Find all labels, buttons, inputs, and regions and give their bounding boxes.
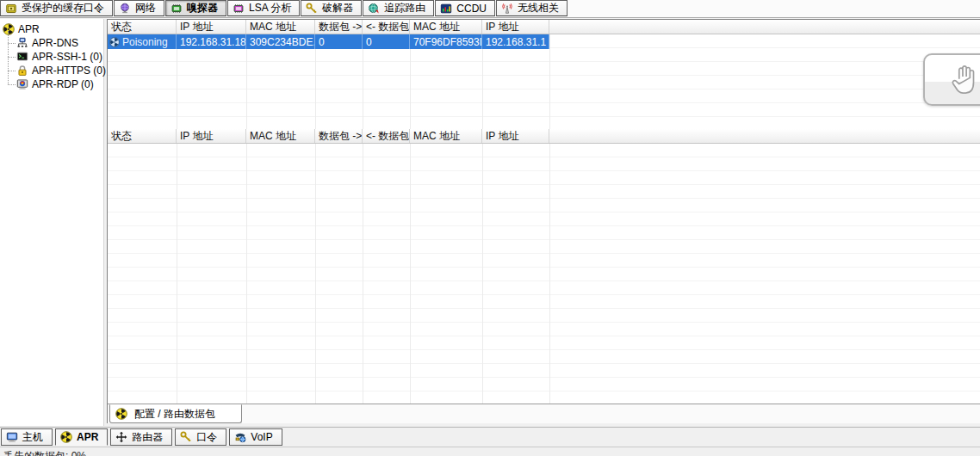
tab-voip[interactable]: VoIP — [229, 428, 282, 446]
grid-line — [549, 144, 550, 404]
tree-item-apr-ssh1[interactable]: APR-SSH-1 (0) — [8, 50, 103, 64]
tab-label: 网络 — [135, 1, 156, 15]
tree-item-apr-dns[interactable]: APR-DNS — [8, 36, 103, 50]
tab-config-routed-packets[interactable]: 配置 / 路由数据包 — [109, 404, 242, 423]
sniffer-icon — [171, 3, 183, 15]
upper-table-header: 状态 IP 地址 MAC 地址 数据包 -> <- 数据包 MAC 地址 IP … — [108, 20, 980, 34]
apr-main-panel: 状态 IP 地址 MAC 地址 数据包 -> <- 数据包 MAC 地址 IP … — [107, 19, 980, 423]
column-header-ip2[interactable]: IP 地址 — [482, 20, 549, 34]
tab-label: 嗅探器 — [187, 1, 218, 15]
radiation-icon — [115, 408, 127, 420]
column-header-filler — [549, 129, 980, 143]
tree-item-label: APR-HTTPS (0) — [32, 65, 106, 77]
status-bar: 丢失的数据包: 0% — [0, 447, 980, 456]
tab-cracker[interactable]: 破解器 — [301, 0, 362, 16]
apr-tree-panel: APR APR-DNS APR-SSH-1 (0) APR-HTTPS (0) … — [0, 19, 104, 426]
wireless-icon — [501, 3, 513, 15]
tab-protected-storage[interactable]: 受保护的缓存口令 — [0, 0, 113, 16]
column-header-packets-from[interactable]: <- 数据包 — [363, 129, 410, 143]
tab-wireless[interactable]: 无线相关 — [496, 0, 568, 16]
grid-line — [315, 144, 316, 404]
tab-hosts[interactable]: 主机 — [1, 428, 53, 446]
upper-table-body: Poisoning 192.168.31.182 309C234BDE... 0… — [108, 34, 980, 129]
network-icon — [119, 3, 131, 15]
status-text: Poisoning — [122, 36, 168, 48]
table-row-poisoning-selected[interactable]: Poisoning 192.168.31.182 309C234BDE... 0… — [108, 34, 549, 49]
column-header-mac2[interactable]: MAC 地址 — [410, 20, 482, 34]
tab-label: 无线相关 — [518, 1, 559, 15]
packets-to-cell: 0 — [315, 34, 363, 49]
grid-line — [410, 144, 411, 404]
grid-line — [246, 144, 247, 404]
tree-item-label: APR-DNS — [32, 37, 78, 49]
network-node-icon — [16, 37, 28, 49]
column-header-filler — [549, 20, 980, 34]
tab-label: VoIP — [251, 431, 272, 443]
column-header-packets-to[interactable]: 数据包 -> — [315, 20, 363, 34]
hand-icon — [949, 63, 978, 97]
tab-sniffer[interactable]: 嗅探器 — [165, 0, 226, 16]
terminal-icon — [16, 51, 28, 63]
bottom-tab-bar: 主机 APR 路由器 口令 VoIP — [0, 427, 980, 446]
grid-line — [482, 144, 483, 404]
tab-routing[interactable]: 路由器 — [110, 428, 172, 446]
cracker-icon — [306, 3, 318, 15]
column-header-status[interactable]: 状态 — [108, 129, 177, 143]
lost-packets-status: 丢失的数据包: 0% — [3, 450, 86, 456]
traceroute-icon — [368, 3, 380, 15]
ip-cell: 192.168.31.182 — [177, 34, 246, 49]
mac-cell: 309C234BDE... — [246, 34, 315, 49]
rdp-monitor-icon — [16, 78, 28, 90]
grid-line — [549, 34, 550, 129]
poisoning-radiation-icon — [109, 37, 120, 47]
column-header-ip[interactable]: IP 地址 — [177, 129, 246, 143]
radiation-icon — [3, 23, 15, 35]
column-header-mac[interactable]: MAC 地址 — [246, 129, 315, 143]
column-header-mac2[interactable]: MAC 地址 — [410, 129, 482, 143]
tree-item-apr-https[interactable]: APR-HTTPS (0) — [8, 64, 103, 77]
tab-passwords[interactable]: 口令 — [175, 428, 226, 446]
tree-item-label: APR — [18, 23, 40, 35]
grid-line — [363, 144, 363, 404]
tab-label: 破解器 — [322, 1, 353, 15]
column-header-ip2[interactable]: IP 地址 — [482, 129, 549, 143]
column-header-packets-to[interactable]: 数据包 -> — [315, 129, 363, 143]
tab-apr[interactable]: APR — [55, 428, 108, 446]
column-header-status[interactable]: 状态 — [108, 20, 177, 34]
passwords-key-icon — [180, 431, 192, 443]
column-header-ip[interactable]: IP 地址 — [177, 20, 246, 34]
ip2-cell: 192.168.31.1 — [482, 34, 549, 49]
tree-item-apr-root[interactable]: APR — [0, 22, 103, 36]
tab-network[interactable]: 网络 — [114, 0, 164, 16]
tab-label: LSA 分析 — [249, 1, 291, 15]
tab-label: 口令 — [196, 430, 217, 445]
inner-tab-strip: 配置 / 路由数据包 — [108, 404, 980, 423]
tab-label: APR — [77, 431, 98, 443]
tab-label: CCDU — [456, 3, 487, 15]
tab-traceroute[interactable]: 追踪路由 — [363, 0, 434, 16]
packets-from-cell: 0 — [363, 34, 410, 49]
tab-label: 追踪路由 — [384, 1, 425, 15]
tab-lsa-analysis[interactable]: LSA 分析 — [227, 0, 300, 16]
column-header-packets-from[interactable]: <- 数据包 — [363, 20, 410, 34]
protected-storage-icon — [5, 3, 17, 15]
tree-item-apr-rdp[interactable]: APR-RDP (0) — [8, 77, 103, 91]
padlock-icon — [16, 65, 28, 77]
status-cell: Poisoning — [108, 34, 177, 49]
tab-label: 路由器 — [132, 430, 163, 445]
tab-label: 受保护的缓存口令 — [22, 1, 104, 15]
routing-arrows-icon — [115, 431, 127, 443]
lsa-analysis-icon — [233, 3, 245, 15]
tree-item-label: APR-RDP (0) — [32, 78, 94, 90]
top-tab-bar: 受保护的缓存口令 网络 嗅探器 LSA 分析 破解器 追踪路由 CCDU 无线相… — [0, 0, 980, 18]
apr-radiation-icon — [60, 431, 72, 443]
column-header-mac[interactable]: MAC 地址 — [246, 20, 315, 34]
ccdu-icon — [440, 3, 452, 15]
grid-line — [177, 144, 177, 404]
lower-table-body — [108, 144, 980, 404]
hand-cursor-overlay — [923, 53, 980, 106]
tab-label: 配置 / 路由数据包 — [134, 407, 215, 422]
hosts-monitor-icon — [6, 431, 18, 443]
lower-table-header: 状态 IP 地址 MAC 地址 数据包 -> <- 数据包 MAC 地址 IP … — [108, 129, 980, 144]
tab-ccdu[interactable]: CCDU — [435, 0, 495, 16]
